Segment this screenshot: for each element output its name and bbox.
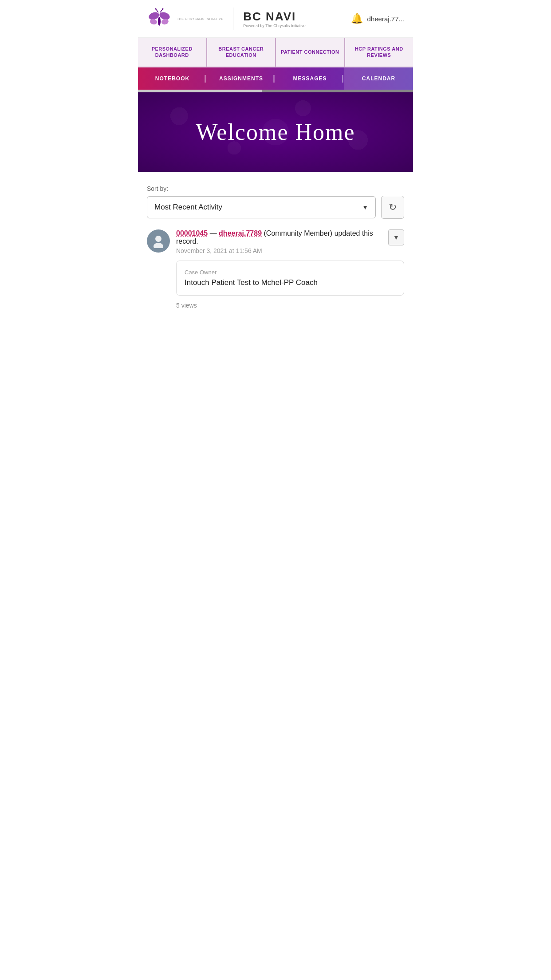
nav-messages[interactable]: MESSAGES (276, 67, 344, 90)
activity-body: 00001045 — dheeraj.7789 (Community Membe… (176, 229, 404, 309)
chrysalis-text: THE CHRYSALIS INITIATIVE (177, 17, 223, 20)
logo-divider (233, 8, 233, 30)
activity-separator: — (210, 229, 219, 237)
svg-point-10 (153, 243, 163, 248)
svg-point-8 (162, 8, 164, 10)
logo-group: THE CHRYSALIS INITIATIVE BC NAVI Powered… (147, 6, 306, 31)
sort-row: Most Recent Activity ▼ ↻ (147, 196, 404, 219)
case-id-link[interactable]: 00001045 (176, 229, 208, 237)
bcnavi-title: BC NAVI (243, 10, 305, 24)
chevron-down-icon: ▼ (393, 234, 399, 241)
case-card-label: Case Owner (185, 269, 396, 276)
svg-point-0 (158, 17, 161, 26)
nav-patient-connection[interactable]: PATIENT CONNECTION (276, 38, 345, 67)
app-header: THE CHRYSALIS INITIATIVE BC NAVI Powered… (138, 0, 413, 38)
activity-item: 00001045 — dheeraj.7789 (Community Membe… (147, 229, 404, 309)
user-link[interactable]: dheeraj.7789 (219, 229, 262, 237)
bottom-navigation: NOTEBOOK ASSIGNMENTS MESSAGES CALENDAR (138, 67, 413, 90)
sort-dropdown-arrow-icon: ▼ (362, 204, 368, 211)
case-card: Case Owner Intouch Patient Test to Mchel… (176, 261, 404, 296)
refresh-icon: ↻ (389, 202, 397, 213)
activity-expand-button[interactable]: ▼ (388, 229, 404, 245)
views-count: 5 views (176, 302, 404, 309)
welcome-banner: Welcome Home (138, 92, 413, 172)
nav-assignments[interactable]: ASSIGNMENTS (207, 67, 276, 90)
refresh-button[interactable]: ↻ (381, 196, 404, 219)
svg-point-9 (155, 236, 161, 242)
username-display[interactable]: dheeraj.77... (367, 15, 404, 23)
nav-personalized-dashboard[interactable]: PERSONALIZED DASHBOARD (138, 38, 207, 67)
chrysalis-label: THE CHRYSALIS INITIATIVE (177, 17, 223, 20)
activity-timestamp: November 3, 2021 at 11:56 AM (176, 247, 404, 254)
nav-notebook[interactable]: NOTEBOOK (138, 67, 207, 90)
welcome-title: Welcome Home (147, 119, 404, 145)
bcnavi-brand: BC NAVI Powered by The Chrysalis Initiat… (243, 10, 305, 28)
powered-by: Powered by The Chrysalis Initiative (243, 24, 305, 28)
main-content: Sort by: Most Recent Activity ▼ ↻ 000010… (138, 172, 413, 325)
avatar (147, 229, 170, 253)
sort-select[interactable]: Most Recent Activity ▼ (147, 196, 376, 218)
nav-calendar[interactable]: CALENDAR (344, 67, 413, 90)
sort-selected-value: Most Recent Activity (154, 203, 222, 212)
header-actions: 🔔 dheeraj.77... (351, 13, 404, 24)
nav-hcp-ratings[interactable]: HCP RATINGS AND REVIEWS (345, 38, 413, 67)
activity-text-wrap: 00001045 — dheeraj.7789 (Community Membe… (176, 229, 385, 245)
case-card-value: Intouch Patient Test to Mchel-PP Coach (185, 278, 396, 287)
nav-breast-cancer-education[interactable]: BREAST CANCER EDUCATION (207, 38, 276, 67)
sort-label: Sort by: (147, 185, 404, 192)
activity-header-row: 00001045 — dheeraj.7789 (Community Membe… (176, 229, 404, 245)
svg-point-7 (155, 8, 157, 10)
notifications-bell-icon[interactable]: 🔔 (351, 13, 363, 24)
top-navigation: PERSONALIZED DASHBOARD BREAST CANCER EDU… (138, 38, 413, 67)
chrysalis-logo (147, 6, 172, 31)
